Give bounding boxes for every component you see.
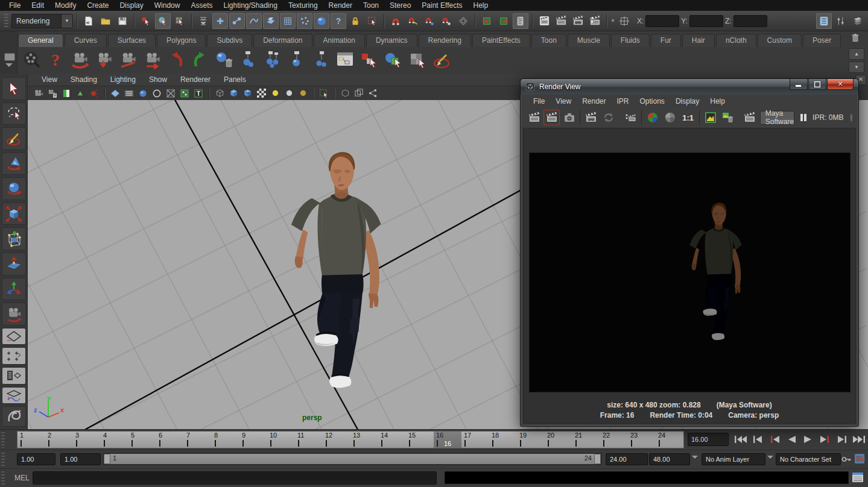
select-component-icon[interactable] <box>172 13 188 29</box>
animation-end-field[interactable] <box>649 453 690 465</box>
plain-object-icon[interactable] <box>339 88 351 99</box>
select-tool[interactable] <box>2 77 26 100</box>
menubar-item[interactable]: Modify <box>49 0 81 11</box>
shelf-menu-button[interactable] <box>4 53 15 61</box>
toolbar-grip[interactable] <box>4 14 8 28</box>
timeline-frame-cell[interactable]: 20 <box>545 432 572 448</box>
rotate-tool[interactable] <box>2 177 26 200</box>
mask-rendering-icon[interactable] <box>314 13 329 29</box>
redo-arrow-icon[interactable] <box>189 49 211 71</box>
y-field[interactable] <box>689 15 723 27</box>
shelf-tab[interactable]: PaintEffects <box>472 34 530 47</box>
timeline-frame-cell[interactable]: 18 <box>489 432 517 448</box>
frame-ruler[interactable]: 1 2 3 4 5 6 7 8 <box>17 431 684 448</box>
shelf-tab[interactable]: Dynamics <box>366 34 417 47</box>
timeline-frame-cell[interactable]: 4 <box>101 432 128 448</box>
mask-deformations-icon[interactable] <box>280 13 296 29</box>
play-backwards-icon[interactable] <box>784 433 799 445</box>
chevron-down-icon[interactable] <box>692 456 698 462</box>
select-object-shelf-icon[interactable] <box>382 49 404 71</box>
field-chart-icon[interactable] <box>151 88 163 99</box>
close-button[interactable]: ✕ <box>827 79 854 90</box>
display-rgb-icon[interactable] <box>645 110 660 125</box>
render-region-icon[interactable] <box>623 110 638 125</box>
film-gate-icon[interactable] <box>109 88 121 99</box>
outliner-persp-layout[interactable] <box>2 367 26 385</box>
delete-object-icon[interactable] <box>214 49 235 71</box>
remove-image-icon[interactable] <box>720 110 735 125</box>
shelf-tab[interactable]: nCloth <box>716 34 756 47</box>
menubar-item[interactable]: File <box>4 0 26 11</box>
shelf-tab[interactable]: Surfaces <box>108 34 156 47</box>
render-settings-icon[interactable]: " <box>743 110 758 125</box>
shelf-scroll-up-icon[interactable]: ▲ <box>849 48 864 60</box>
shelf-tab[interactable]: General <box>18 34 63 47</box>
command-result-field[interactable] <box>445 471 849 484</box>
mask-all-icon[interactable]: ✚ <box>212 13 228 29</box>
refresh-ipr-icon[interactable] <box>601 110 616 125</box>
highlight-selection-icon[interactable] <box>364 13 380 29</box>
playback-end-field[interactable] <box>606 453 648 465</box>
render-settings-icon[interactable] <box>587 13 603 29</box>
channel-box-toggle-icon[interactable] <box>850 13 866 29</box>
timeline-frame-cell[interactable]: 8 <box>212 432 239 448</box>
ipr-render-icon[interactable]: IPR <box>583 110 598 125</box>
panel-menu-item[interactable]: Lighting <box>104 75 142 84</box>
timeline-frame-cell[interactable]: 21 <box>572 432 600 448</box>
timeline-frame-cell[interactable]: 9 <box>239 432 267 448</box>
construction-history-icon[interactable] <box>513 13 528 29</box>
four-pane-layout[interactable] <box>2 347 26 365</box>
menubar-item[interactable]: Lighting/Shading <box>218 0 282 11</box>
wireframe-mode-icon[interactable] <box>214 88 226 99</box>
resolution-gate-icon[interactable] <box>123 88 135 99</box>
paint-effects-brush-icon[interactable] <box>431 49 452 71</box>
output-connections-icon[interactable] <box>496 13 512 29</box>
snapshot-icon[interactable] <box>562 110 577 125</box>
character-set-selector[interactable]: No Character Set <box>776 453 841 465</box>
timeline-frame-cell[interactable]: 12 <box>323 432 350 448</box>
menubar-item[interactable]: Toon <box>358 0 384 11</box>
step-back-frame-icon[interactable] <box>750 433 765 445</box>
snap-grid-icon[interactable] <box>388 13 404 29</box>
gate-mask-icon[interactable] <box>137 88 149 99</box>
command-input[interactable] <box>33 471 437 485</box>
render-current-frame-icon[interactable] <box>553 13 569 29</box>
render-view-menu-item[interactable]: Render <box>577 97 611 105</box>
timeline-frame-cell[interactable]: 22 <box>600 432 628 448</box>
show-manipulator-tool[interactable] <box>2 278 26 301</box>
select-hierarchy-shelf-icon[interactable] <box>358 49 380 71</box>
menubar-item[interactable]: Display <box>114 0 148 11</box>
soft-modification-tool[interactable] <box>2 253 26 275</box>
panel-menu-item[interactable]: Show <box>142 75 174 84</box>
go-to-end-icon[interactable] <box>852 433 866 445</box>
snap-point-icon[interactable] <box>422 13 437 29</box>
shelf-tab[interactable]: Poser <box>803 34 841 47</box>
panel-menu-item[interactable]: Shading <box>64 75 104 84</box>
select-component-shelf-icon[interactable] <box>407 49 428 71</box>
paint-select-tool[interactable] <box>2 127 26 150</box>
mask-surfaces-icon[interactable] <box>263 13 279 29</box>
set-key-icon[interactable] <box>841 454 852 465</box>
timeline-frame-cell[interactable]: 23 <box>628 432 656 448</box>
shelf-tab[interactable]: Deformation <box>253 34 312 47</box>
lock-selection-icon[interactable] <box>347 13 363 29</box>
no-lights-icon[interactable] <box>297 88 309 99</box>
timeline-frame-cell[interactable]: 15 <box>406 432 434 448</box>
hypershade-window-icon[interactable] <box>334 49 356 71</box>
menubar-item[interactable]: Paint Effects <box>416 0 467 11</box>
menubar-item[interactable]: Assets <box>185 0 218 11</box>
range-slider-track[interactable]: 1 24 <box>104 454 601 464</box>
shelf-tab[interactable]: Subdivs <box>207 34 252 47</box>
anim-layer-selector[interactable]: No Anim Layer <box>702 453 765 465</box>
camera-attributes-icon[interactable] <box>46 88 59 99</box>
render-view-menu-item[interactable]: IPR <box>612 97 635 105</box>
keep-image-icon[interactable] <box>703 110 718 125</box>
camera-select-icon[interactable] <box>33 88 45 99</box>
render-icon[interactable] <box>527 110 542 125</box>
select-object-icon[interactable] <box>155 13 171 29</box>
play-forwards-icon[interactable] <box>801 433 816 445</box>
camera-roll-icon[interactable] <box>93 49 115 71</box>
two-sided-lighting-icon[interactable] <box>88 88 100 99</box>
hypergraph-layout[interactable] <box>2 406 26 427</box>
light-point-icon[interactable] <box>238 49 259 71</box>
